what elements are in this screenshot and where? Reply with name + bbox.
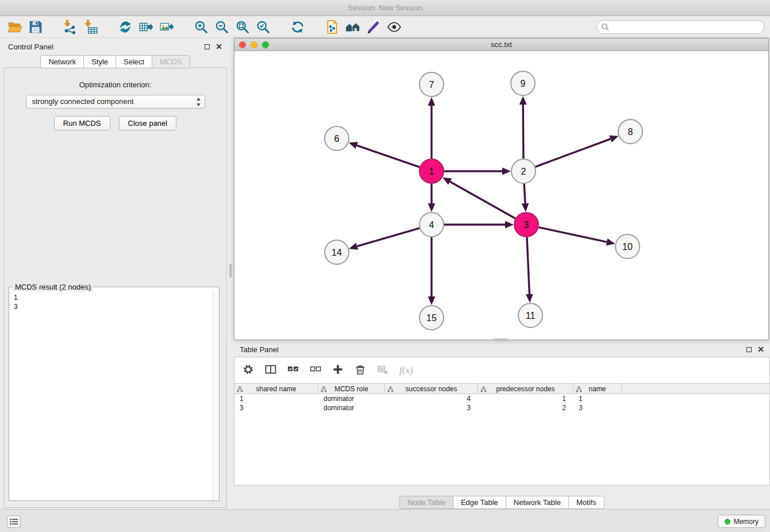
column-header-name[interactable]: name bbox=[573, 384, 622, 394]
edge-4-14[interactable] bbox=[357, 228, 419, 246]
edge-3-10[interactable] bbox=[539, 228, 607, 242]
tab-mcds[interactable]: MCDS bbox=[152, 55, 190, 68]
table-rows: 1dominator4113dominator323 bbox=[234, 394, 769, 413]
export-image-icon[interactable] bbox=[156, 18, 177, 36]
import-table-icon[interactable] bbox=[80, 18, 101, 36]
edge-1-6[interactable] bbox=[357, 145, 419, 167]
refresh-icon[interactable] bbox=[287, 18, 308, 36]
first-neighbors-icon[interactable] bbox=[342, 18, 363, 36]
deselect-all-icon[interactable] bbox=[310, 364, 321, 377]
node-8[interactable]: 8 bbox=[618, 119, 642, 144]
export-table-icon[interactable] bbox=[136, 18, 156, 36]
table-header-row: shared nameMCDS rolesuccessor nodesprede… bbox=[234, 383, 769, 394]
vizmapper-icon[interactable] bbox=[363, 18, 384, 36]
table-panel: Table Panel ✕ bbox=[234, 342, 770, 509]
toolbar-gap bbox=[46, 26, 60, 27]
split-columns-icon[interactable] bbox=[265, 364, 276, 377]
eye-icon[interactable] bbox=[384, 18, 405, 36]
tab-network[interactable]: Network bbox=[40, 55, 84, 68]
horizontal-splitter-handle[interactable] bbox=[493, 338, 508, 341]
window-zoom-button[interactable]: + bbox=[262, 41, 269, 48]
edge-2-8[interactable] bbox=[536, 139, 611, 167]
delete-row-icon[interactable] bbox=[355, 364, 366, 377]
criterion-select[interactable]: strongly connected component bbox=[26, 95, 205, 109]
node-label-11: 11 bbox=[526, 311, 536, 321]
column-header-successor-nodes[interactable]: successor nodes bbox=[385, 384, 478, 394]
table-row-1[interactable]: 1dominator411 bbox=[234, 394, 769, 403]
cell-successor-nodes: 3 bbox=[385, 403, 478, 413]
cell-shared-name: 1 bbox=[234, 394, 318, 403]
column-header-predecessor-nodes[interactable]: predecessor nodes bbox=[478, 384, 573, 394]
table-toolbar: f(x) bbox=[234, 357, 769, 383]
float-panel-icon[interactable] bbox=[205, 44, 210, 49]
mcds-result-title: MCDS result (2 nodes) bbox=[13, 283, 93, 291]
window-minimize-button[interactable]: − bbox=[251, 41, 257, 48]
node-7[interactable]: 7 bbox=[419, 72, 444, 97]
table-panel-header: Table Panel ✕ bbox=[234, 342, 770, 357]
task-history-button[interactable] bbox=[7, 515, 21, 528]
vertical-splitter-handle[interactable] bbox=[229, 264, 232, 277]
mcds-result-scrollbar[interactable] bbox=[213, 291, 219, 500]
tab-select[interactable]: Select bbox=[116, 55, 152, 68]
tab-node-table[interactable]: Node Table bbox=[399, 496, 453, 509]
main-toolbar bbox=[0, 16, 770, 38]
node-label-4: 4 bbox=[429, 220, 434, 230]
node-label-14: 14 bbox=[332, 248, 342, 257]
close-panel-icon[interactable]: ✕ bbox=[215, 44, 222, 49]
control-panel: Control Panel ✕ NetworkStyleSelectMCDS O… bbox=[3, 39, 227, 508]
node-6[interactable]: 6 bbox=[325, 126, 349, 151]
apply-layout-icon[interactable] bbox=[322, 18, 342, 36]
search-input[interactable] bbox=[596, 20, 764, 34]
run-mcds-button[interactable]: Run MCDS bbox=[54, 116, 110, 130]
node-1[interactable]: 1 bbox=[419, 159, 444, 183]
column-header-mcds-role[interactable]: MCDS role bbox=[318, 384, 385, 394]
node-11[interactable]: 11 bbox=[518, 303, 542, 327]
column-label: predecessor nodes bbox=[478, 385, 573, 393]
import-network-icon[interactable] bbox=[60, 18, 80, 36]
node-10[interactable]: 10 bbox=[615, 234, 640, 259]
column-header-filler bbox=[622, 384, 769, 394]
memory-button[interactable]: Memory bbox=[718, 515, 765, 528]
node-15[interactable]: 15 bbox=[419, 306, 444, 330]
edge-3-1[interactable] bbox=[450, 182, 515, 218]
save-icon[interactable] bbox=[25, 18, 46, 36]
node-3[interactable]: 3 bbox=[514, 213, 538, 237]
close-panel-button[interactable]: Close panel bbox=[119, 116, 177, 130]
cell-predecessor-nodes: 2 bbox=[478, 403, 573, 413]
zoom-fit-icon[interactable] bbox=[232, 18, 253, 36]
edge-2-3[interactable] bbox=[524, 184, 525, 203]
node-4[interactable]: 4 bbox=[419, 213, 444, 237]
tab-motifs[interactable]: Motifs bbox=[568, 496, 605, 509]
toolbar-gap bbox=[274, 26, 287, 27]
add-row-icon[interactable] bbox=[332, 364, 344, 377]
status-bar: Memory bbox=[0, 509, 770, 532]
table-panel-title: Table Panel bbox=[240, 345, 746, 354]
zoom-in-icon[interactable] bbox=[191, 18, 211, 36]
float-table-panel-icon[interactable] bbox=[746, 347, 752, 352]
column-header-shared-name[interactable]: shared name bbox=[234, 384, 318, 394]
cell-predecessor-nodes: 1 bbox=[478, 394, 573, 403]
select-all-icon[interactable] bbox=[287, 364, 299, 377]
table-row-2[interactable]: 3dominator323 bbox=[234, 403, 769, 413]
node-label-10: 10 bbox=[622, 242, 633, 252]
close-table-panel-icon[interactable]: ✕ bbox=[757, 346, 764, 352]
node-14[interactable]: 14 bbox=[325, 240, 349, 264]
export-network-icon[interactable] bbox=[115, 18, 136, 36]
graph-canvas[interactable]: 7968124314101511 bbox=[234, 51, 768, 340]
node-2[interactable]: 2 bbox=[511, 159, 536, 183]
tab-style[interactable]: Style bbox=[83, 55, 116, 68]
window-close-button[interactable]: ✕ bbox=[239, 41, 246, 48]
cell-name: 3 bbox=[573, 403, 622, 413]
tab-edge-table[interactable]: Edge Table bbox=[453, 496, 506, 509]
list-icon bbox=[10, 518, 18, 525]
zoom-selected-icon[interactable] bbox=[253, 18, 274, 36]
edge-2-9[interactable] bbox=[523, 105, 523, 159]
tab-network-table[interactable]: Network Table bbox=[506, 496, 569, 509]
node-9[interactable]: 9 bbox=[511, 71, 535, 95]
edge-3-11[interactable] bbox=[527, 237, 529, 294]
delete-table-icon bbox=[377, 364, 388, 377]
column-settings-icon[interactable] bbox=[242, 364, 254, 377]
open-folder-icon[interactable] bbox=[5, 18, 25, 36]
search-icon bbox=[601, 23, 609, 31]
zoom-out-icon[interactable] bbox=[211, 18, 232, 36]
